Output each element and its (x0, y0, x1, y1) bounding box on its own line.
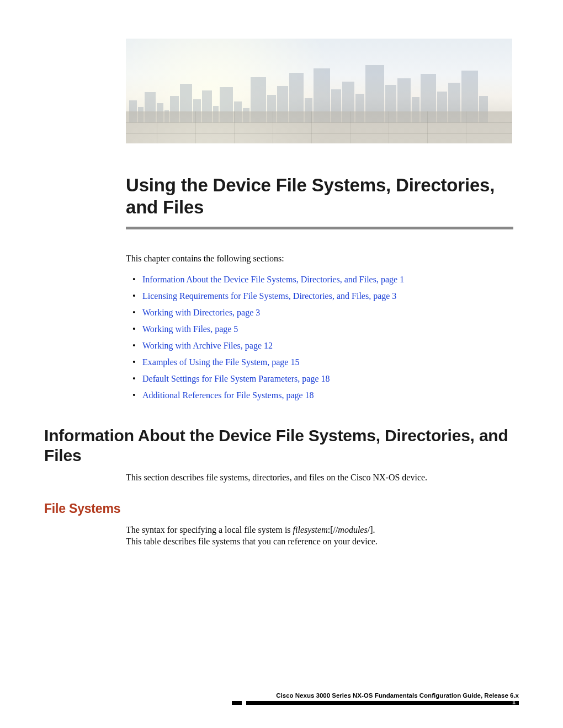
text-run: This table describes file systems that y… (126, 537, 378, 546)
toc-link[interactable]: Licensing Requirements for File Systems,… (142, 291, 396, 301)
toc-link[interactable]: Examples of Using the File System, page … (142, 357, 299, 367)
subsection-heading: File Systems (44, 501, 519, 516)
text-run: The syntax for specifying a local file s… (126, 525, 293, 534)
toc-link[interactable]: Additional References for File Systems, … (142, 390, 314, 400)
footer-bar: 1 (232, 701, 519, 705)
toc-item: Working with Archive Files, page 12 (126, 341, 519, 351)
text-italic: filesystem (293, 525, 328, 534)
toc-link[interactable]: Information About the Device File System… (142, 275, 404, 284)
toc-item: Examples of Using the File System, page … (126, 357, 519, 367)
toc-item: Licensing Requirements for File Systems,… (126, 291, 519, 301)
page-footer: Cisco Nexus 3000 Series NX-OS Fundamenta… (44, 692, 519, 705)
footer-guide-title: Cisco Nexus 3000 Series NX-OS Fundamenta… (44, 692, 519, 699)
chapter-banner-image (126, 39, 512, 143)
chapter-title: Using the Device File Systems, Directori… (126, 174, 519, 219)
toc-item: Default Settings for File System Paramet… (126, 374, 519, 384)
title-rule (126, 227, 513, 229)
text-run: /]. (368, 525, 375, 534)
toc-link[interactable]: Working with Directories, page 3 (142, 308, 260, 317)
toc-item: Additional References for File Systems, … (126, 390, 519, 400)
toc-item: Working with Directories, page 3 (126, 308, 519, 318)
page: Using the Device File Systems, Directori… (0, 0, 563, 728)
subsection-paragraph: The syntax for specifying a local file s… (126, 524, 519, 548)
section-paragraph: This section describes file systems, dir… (126, 473, 519, 483)
toc-link[interactable]: Working with Files, page 5 (142, 324, 238, 334)
section-heading: Information About the Device File System… (44, 426, 519, 466)
toc-link[interactable]: Working with Archive Files, page 12 (142, 341, 273, 350)
footer-page-number: 1 (512, 699, 516, 705)
text-italic: modules (338, 525, 367, 534)
toc-item: Information About the Device File System… (126, 275, 519, 285)
text-run: :[// (328, 525, 338, 534)
toc-list: Information About the Device File System… (126, 275, 519, 400)
toc-item: Working with Files, page 5 (126, 324, 519, 334)
chapter-intro: This chapter contains the following sect… (126, 254, 519, 264)
toc-link[interactable]: Default Settings for File System Paramet… (142, 374, 330, 383)
